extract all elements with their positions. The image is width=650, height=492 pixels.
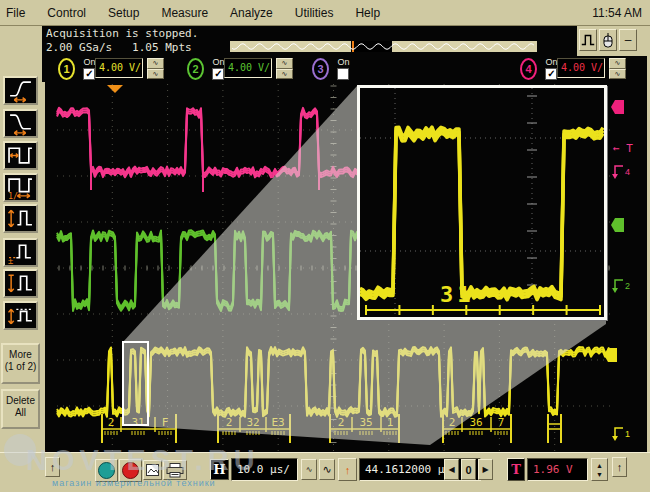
average-icon: ±: [6, 240, 35, 265]
menu-item-measure[interactable]: Measure: [161, 6, 208, 20]
delay-decrement-button[interactable]: ◀: [444, 459, 459, 480]
overshoot-icon: [6, 303, 35, 328]
channel-4-on-checkbox[interactable]: ✓: [545, 68, 557, 80]
pulse-width-icon: [6, 143, 35, 168]
menu-item-control[interactable]: Control: [47, 6, 86, 20]
menu-item-analyze[interactable]: Analyze: [230, 6, 273, 20]
delete-all-button[interactable]: Delete All: [1, 389, 40, 429]
ch4-offset-marker[interactable]: 4: [612, 166, 630, 179]
measure-average-button[interactable]: ±: [3, 238, 38, 267]
channel-1-scale-spinner[interactable]: ∿∿: [147, 58, 164, 79]
measure-overshoot-button[interactable]: [3, 301, 38, 330]
ch1-offset-marker[interactable]: 1: [612, 428, 630, 441]
trigger-menu-button[interactable]: T: [507, 458, 525, 481]
more-measurements-button[interactable]: More (1 of 2): [1, 343, 40, 384]
svg-text:2: 2: [625, 281, 630, 291]
overview-sine-icon: [230, 41, 537, 52]
svg-text:1/: 1/: [8, 191, 18, 200]
bus-value-label: 36: [469, 416, 482, 429]
channel-4-scale-field[interactable]: 4.00 V/: [557, 58, 605, 78]
run-button[interactable]: [95, 459, 118, 482]
stop-icon: [122, 462, 139, 479]
svg-text:±: ±: [8, 256, 13, 265]
channel-3-badge[interactable]: 3: [312, 58, 329, 80]
measure-period-button[interactable]: 1/: [3, 173, 38, 202]
menu-item-help[interactable]: Help: [355, 6, 380, 20]
measure-rise-time-button[interactable]: [3, 76, 38, 105]
channel-2-badge[interactable]: 2: [187, 58, 204, 80]
trigger-level-spinner[interactable]: ▲▼: [591, 458, 608, 481]
channel-4-scale-spinner[interactable]: ∿∿: [609, 58, 626, 79]
channel-2-on-label: On: [212, 58, 224, 67]
image-icon: [146, 464, 159, 476]
measure-peak-peak-button[interactable]: [3, 269, 38, 298]
channel-2-on-checkbox[interactable]: ✓: [212, 68, 224, 80]
ch2-ground-marker[interactable]: [611, 218, 624, 232]
timebase-field[interactable]: 10.0 µs/: [231, 458, 298, 481]
channel-2-scale-spinner[interactable]: ∿∿: [276, 58, 293, 79]
left-panel-arrow-button[interactable]: ↑: [45, 457, 60, 477]
pulse-icon: [580, 32, 596, 48]
channel-2-controls: 2 On ✓ 4.00 V/ ∿∿: [187, 58, 224, 80]
delay-adjust-button[interactable]: ↑: [338, 458, 357, 481]
delay-zero-button[interactable]: 0: [461, 459, 476, 480]
mouse-mode-button[interactable]: [599, 29, 617, 51]
channel-1-controls: 1 On ✓ 4.00 V/ ∿∿: [58, 58, 95, 80]
spinner-down-icon[interactable]: ▼: [596, 470, 603, 479]
status-line1: Acquisition is stopped.: [46, 27, 198, 40]
svg-text:4: 4: [625, 167, 630, 177]
zoom-inset-window[interactable]: 31: [357, 85, 607, 320]
waveform-overview-bar[interactable]: [230, 41, 537, 52]
delay-increment-button[interactable]: ▶: [478, 459, 493, 480]
clock: 11:54 AM: [592, 6, 642, 20]
ch4-ground-marker[interactable]: [611, 100, 624, 114]
peak-peak-icon: [6, 271, 35, 296]
status-panel: Acquisition is stopped.2.00 GSa/s 1.05 M…: [42, 26, 577, 56]
measure-amplitude-button[interactable]: [3, 204, 38, 233]
sample-rate-memory: 2.00 GSa/s 1.05 Mpts: [46, 41, 192, 54]
channel-3-on-checkbox[interactable]: [337, 68, 349, 80]
channel-2-scale-field[interactable]: 4.00 V/: [224, 58, 272, 78]
fall-time-icon: [6, 111, 35, 136]
channel-1-badge[interactable]: 1: [58, 58, 75, 80]
channel-4-on-label: On: [545, 58, 557, 67]
waveform-display[interactable]: 231F232E323512367← T421 31: [45, 82, 647, 452]
ch2-offset-marker[interactable]: 2: [612, 280, 630, 293]
mouse-icon: [601, 32, 615, 49]
delete-all-label: All: [15, 407, 26, 418]
menu-item-file[interactable]: File: [6, 6, 25, 20]
channel-1-on-checkbox[interactable]: ✓: [83, 68, 95, 80]
trigger-level-field[interactable]: 1.96 V: [527, 458, 588, 481]
time-reference-marker[interactable]: [107, 85, 123, 93]
printer-icon: [166, 463, 184, 478]
spinner-up-icon[interactable]: ▲: [596, 461, 603, 470]
menu-item-setup[interactable]: Setup: [108, 6, 139, 20]
more-page-label: (1 of 2): [5, 361, 37, 372]
channel-4-badge[interactable]: 4: [520, 58, 537, 80]
svg-text:← T: ← T: [613, 142, 633, 155]
measurement-sidebar: 1/ ± More (1: [0, 26, 42, 492]
rise-time-icon: [6, 78, 35, 103]
ch1-ground-marker[interactable]: [604, 348, 617, 362]
pulse-mode-button[interactable]: [579, 29, 597, 51]
timebase-fine-button[interactable]: ∿: [301, 459, 317, 480]
trigger-level-marker[interactable]: ← T: [613, 142, 633, 155]
measure-fall-time-button[interactable]: [3, 109, 38, 138]
right-panel-arrow-button[interactable]: ↑: [612, 457, 627, 477]
channel-3-controls: 3 On: [312, 58, 349, 80]
inset-channel-1-trace: [360, 127, 603, 300]
channel-1-on-label: On: [83, 58, 95, 67]
more-label: More: [9, 349, 32, 360]
menu-item-utilities[interactable]: Utilities: [295, 6, 334, 20]
minimize-button[interactable]: –: [619, 29, 637, 51]
svg-text:1: 1: [625, 429, 630, 439]
measure-pulse-width-button[interactable]: [3, 141, 38, 170]
screen-capture-button[interactable]: [143, 460, 162, 480]
horizontal-trigger-toolbar: ↑ H 10.0 µs/ ∿ ∿ ↑ 44.1612000 µs ◀ 0 ▶ T…: [0, 452, 650, 492]
print-button[interactable]: [163, 460, 187, 480]
horizontal-menu-button[interactable]: H: [210, 459, 229, 480]
stop-button[interactable]: [119, 459, 142, 482]
timebase-coarse-button[interactable]: ∿: [319, 459, 335, 480]
acquisition-status: Acquisition is stopped.2.00 GSa/s 1.05 M…: [46, 27, 198, 55]
channel-1-scale-field[interactable]: 4.00 V/: [95, 58, 143, 78]
